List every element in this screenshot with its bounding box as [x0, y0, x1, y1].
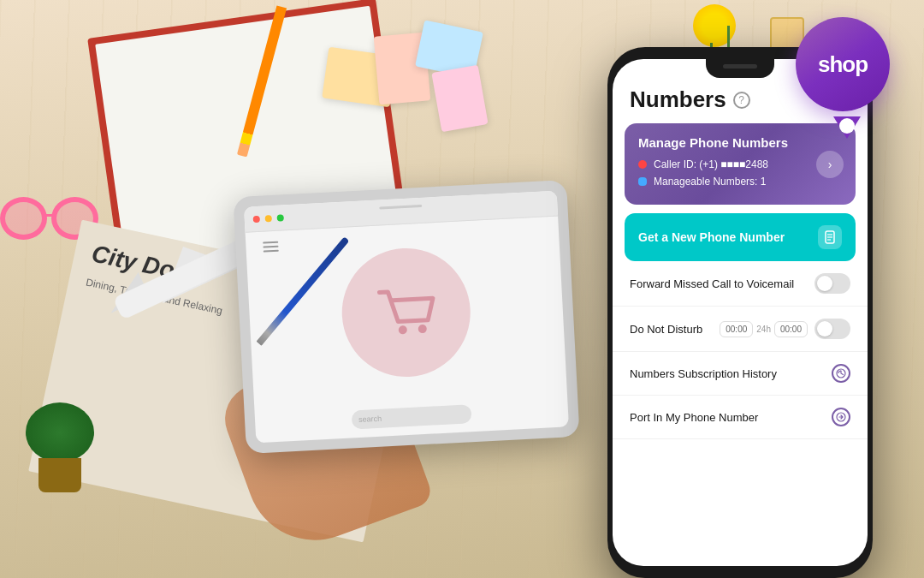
manage-arrow-button[interactable]: › [816, 151, 844, 178]
manage-dot [638, 177, 647, 186]
caller-id-row: Caller ID: (+1) ■■■■2488 [638, 158, 842, 170]
manage-card-title: Manage Phone Numbers [638, 135, 842, 150]
port-in-label: Port In My Phone Number [630, 411, 758, 424]
paper-card-4 [431, 65, 488, 132]
new-number-doc-icon [818, 225, 842, 249]
tablet-content [246, 217, 567, 409]
port-icon [832, 408, 850, 426]
numbers-subscription-history-label: Numbers Subscription History [630, 367, 777, 380]
caller-id-text: Caller ID: (+1) ■■■■2488 [654, 158, 768, 170]
plant [26, 407, 94, 492]
manageable-text: Manageable Numbers: 1 [654, 176, 766, 188]
shop-text: shop [818, 51, 868, 78]
dot-green [277, 214, 284, 221]
new-number-label: Get a New Phone Number [638, 230, 785, 244]
plant-pot [38, 458, 81, 492]
time-end-box[interactable]: 00:00 [774, 321, 808, 337]
forward-toggle-right [814, 273, 850, 294]
time-start-value: 00:00 [726, 325, 747, 334]
tablet-search-text: search [358, 414, 382, 424]
forward-missed-call-item[interactable]: Forward Missed Call to Voicemail [613, 261, 868, 307]
cart-circle [339, 245, 474, 380]
do-not-disturb-label: Do Not Disturb [630, 323, 702, 336]
time-format: 24h [756, 325, 771, 334]
dnd-right: 00:00 24h 00:00 [720, 319, 850, 339]
do-not-disturb-item[interactable]: Do Not Disturb 00:00 24h 00:00 [613, 307, 868, 352]
history-icon [832, 364, 850, 383]
shop-logo: shop [796, 17, 898, 120]
get-new-phone-number-button[interactable]: Get a New Phone Number [625, 213, 856, 261]
dot-red [253, 215, 260, 222]
dnd-toggle[interactable] [814, 319, 850, 339]
plant-leaves [26, 402, 94, 462]
tablet-menu-icon [263, 241, 279, 253]
port-right [832, 408, 850, 426]
phone-screen: Numbers ? Manage Phone Numbers Caller ID… [613, 59, 868, 566]
tablet-search-bar[interactable]: search [352, 404, 472, 429]
dot-yellow [265, 215, 272, 222]
numbers-subscription-history-item[interactable]: Numbers Subscription History [613, 352, 868, 396]
time-start-box[interactable]: 00:00 [720, 321, 753, 337]
manageable-row: Manageable Numbers: 1 [638, 176, 842, 188]
phone-title: Numbers [630, 86, 726, 113]
phone-notch [706, 59, 774, 78]
svg-point-1 [418, 325, 428, 334]
forward-missed-call-label: Forward Missed Call to Voicemail [630, 277, 794, 290]
phone-bottom-spacer [613, 439, 868, 448]
shop-circle: shop [796, 17, 890, 111]
port-in-phone-number-item[interactable]: Port In My Phone Number [613, 396, 868, 439]
tablet-screen: search [244, 191, 569, 444]
time-inputs: 00:00 24h 00:00 [720, 321, 808, 337]
help-icon[interactable]: ? [733, 92, 750, 109]
forward-toggle[interactable] [814, 273, 850, 294]
svg-point-0 [399, 325, 408, 335]
phone-speaker [723, 64, 757, 69]
caller-dot [638, 160, 647, 169]
time-end-value: 00:00 [780, 325, 802, 334]
history-right [832, 364, 850, 383]
manage-phone-numbers-card[interactable]: Manage Phone Numbers Caller ID: (+1) ■■■… [625, 123, 856, 205]
cart-icon [370, 277, 442, 349]
shop-o-ring [839, 118, 855, 134]
